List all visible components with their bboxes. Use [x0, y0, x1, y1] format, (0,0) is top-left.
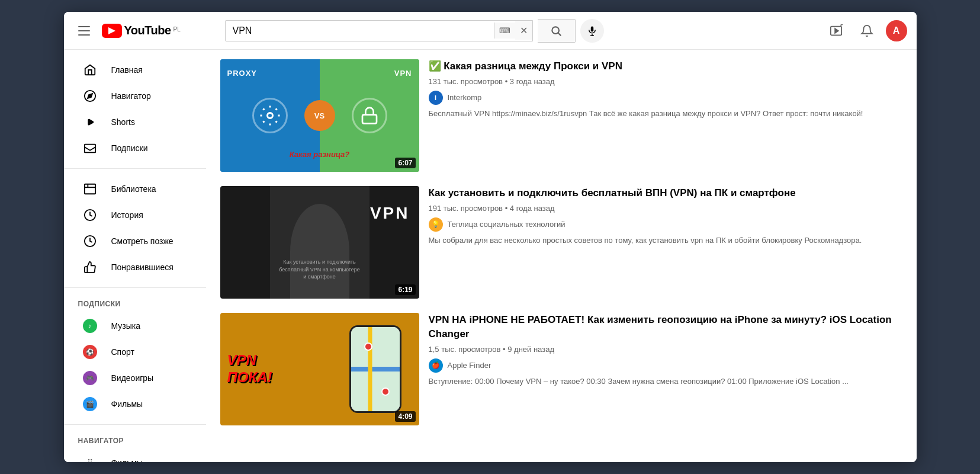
- svg-line-7: [840, 24, 843, 25]
- sidebar-item-subscriptions[interactable]: Подписки: [69, 135, 201, 161]
- logo-country: PL: [173, 26, 181, 33]
- sidebar-item-liked[interactable]: Понравившиеся: [69, 254, 201, 280]
- keyboard-button[interactable]: ⌨: [494, 23, 515, 39]
- video-title-2: Как установить и подключить бесплатный В…: [429, 186, 902, 200]
- sidebar-liked-label: Понравившиеся: [111, 262, 173, 272]
- svg-marker-6: [835, 28, 838, 33]
- channel-row-1: I Interkomp: [429, 91, 902, 105]
- channel-row-2: 💡 Теплица социальных технологий: [429, 217, 902, 232]
- video-time-1: 3 года назад: [510, 77, 555, 86]
- sidebar-movies-label: Фильмы: [111, 399, 143, 409]
- sidebar-item-movies[interactable]: 🎬 Фильмы: [69, 391, 201, 417]
- video-title-3: VPN НА iPHONE НЕ РАБОТАЕТ! Как изменить …: [429, 313, 902, 341]
- channel-avatar-1: I: [429, 91, 443, 105]
- sidebar-divider-2: [64, 287, 206, 288]
- video-item[interactable]: VPN Как установить и подключитьбесплатны…: [220, 186, 902, 299]
- sidebar-item-sport[interactable]: ⚽ Спорт: [69, 339, 201, 365]
- sidebar-sport-label: Спорт: [111, 347, 134, 357]
- subscriptions-icon: [83, 141, 97, 155]
- video-desc-2: Мы собрали для вас несколько простых сов…: [429, 235, 902, 246]
- sidebar-shorts-label: Shorts: [111, 117, 135, 127]
- video-info-3: VPN НА iPHONE НЕ РАБОТАЕТ! Как изменить …: [429, 313, 902, 425]
- search-button[interactable]: [538, 19, 576, 43]
- channel-name-1: Interkomp: [448, 93, 482, 102]
- main-layout: Главная Навигатор Shorts Подписки: [64, 50, 917, 462]
- bell-icon: [860, 24, 873, 37]
- video-item[interactable]: PROXY VPN VS Какая разница?: [220, 59, 902, 172]
- sidebar-item-history[interactable]: История: [69, 202, 201, 228]
- video-info-1: ✅ Какая разница между Прокси и VPN 131 т…: [429, 59, 902, 172]
- sidebar-nav-movies-label: Фильмы: [111, 458, 143, 462]
- header-right: A: [824, 19, 907, 43]
- clear-icon: ✕: [520, 25, 528, 36]
- svg-rect-2: [590, 26, 593, 31]
- svg-line-1: [558, 33, 561, 36]
- channel-name-3: Apple Finder: [448, 361, 491, 370]
- create-button[interactable]: [824, 19, 848, 43]
- sport-channel-avatar: ⚽: [83, 345, 97, 359]
- app-window: YouTube PL ⌨ ✕: [64, 12, 917, 462]
- sidebar-library-label: Библиотека: [111, 184, 156, 194]
- mic-button[interactable]: [580, 19, 604, 43]
- svg-marker-9: [88, 94, 92, 98]
- video-thumbnail-1: PROXY VPN VS Какая разница?: [220, 59, 419, 172]
- youtube-logo-icon: [102, 24, 122, 38]
- duration-badge-2: 6:19: [395, 284, 415, 295]
- video-item[interactable]: VPNПОКА! 4:09 VPN НА iPHONE: [220, 313, 902, 425]
- search-icon: [550, 25, 562, 37]
- sidebar-games-label: Видеоигры: [111, 373, 154, 383]
- video-title-1: ✅ Какая разница между Прокси и VPN: [429, 59, 902, 73]
- video-meta-3: 1,5 тыс. просмотров • 9 дней назад: [429, 345, 902, 354]
- content-area: PROXY VPN VS Какая разница?: [206, 50, 917, 462]
- video-info-2: Как установить и подключить бесплатный В…: [429, 186, 902, 299]
- mic-icon: [587, 25, 597, 36]
- video-views-3: 1,5 тыс. просмотров: [429, 345, 501, 354]
- sidebar-item-nav-movies[interactable]: ⠿ Фильмы: [69, 450, 201, 462]
- notifications-button[interactable]: [855, 19, 879, 43]
- liked-icon: [83, 260, 97, 274]
- nav-movies-icon: ⠿: [83, 456, 97, 462]
- video-thumbnail-3: VPNПОКА! 4:09: [220, 313, 419, 425]
- channel-name-2: Теплица социальных технологий: [448, 220, 565, 229]
- navigator-section-title: НАВИГАТОР: [64, 432, 206, 450]
- video-views-2: 191 тыс. просмотров: [429, 204, 503, 213]
- logo-link[interactable]: YouTube PL: [102, 24, 181, 38]
- search-input[interactable]: [226, 21, 494, 41]
- svg-point-16: [267, 113, 272, 118]
- sidebar-item-explore[interactable]: Навигатор: [69, 83, 201, 109]
- header: YouTube PL ⌨ ✕: [64, 12, 917, 50]
- svg-rect-11: [84, 184, 95, 194]
- video-views-1: 131 тыс. просмотров: [429, 77, 503, 86]
- video-time-2: 4 года назад: [510, 204, 555, 213]
- svg-line-20: [275, 121, 277, 123]
- channel-avatar-3: 🍎: [429, 358, 443, 373]
- sidebar-item-home[interactable]: Главная: [69, 57, 201, 83]
- watch-later-icon: [83, 234, 97, 248]
- search-area: ⌨ ✕: [225, 19, 604, 43]
- sidebar-item-shorts[interactable]: Shorts: [69, 109, 201, 135]
- keyboard-icon: ⌨: [499, 26, 510, 35]
- svg-line-19: [263, 108, 264, 110]
- shorts-icon: [83, 115, 97, 129]
- video-desc-3: Вступление: 00:00 Почему VPN – ну такое?…: [429, 376, 902, 387]
- svg-point-0: [552, 27, 559, 34]
- logo-text: YouTube: [124, 24, 171, 37]
- sidebar-item-library[interactable]: Библиотека: [69, 176, 201, 202]
- sidebar-item-games[interactable]: 🎮 Видеоигры: [69, 365, 201, 391]
- menu-button[interactable]: [73, 21, 95, 40]
- video-meta-2: 191 тыс. просмотров • 4 года назад: [429, 204, 902, 213]
- sidebar-item-music[interactable]: ♪ Музыка: [69, 313, 201, 339]
- subscriptions-section-title: ПОДПИСКИ: [64, 295, 206, 313]
- sidebar-divider-1: [64, 168, 206, 169]
- sidebar-history-label: История: [111, 210, 143, 220]
- user-avatar[interactable]: A: [886, 20, 907, 41]
- games-channel-avatar: 🎮: [83, 371, 97, 385]
- sidebar-item-watch-later[interactable]: Смотреть позже: [69, 228, 201, 254]
- search-clear-button[interactable]: ✕: [515, 21, 532, 40]
- sidebar-home-label: Главная: [111, 65, 143, 75]
- channel-row-3: 🍎 Apple Finder: [429, 358, 902, 373]
- search-bar: ⌨ ✕: [225, 20, 533, 41]
- library-icon: [83, 182, 97, 196]
- video-meta-1: 131 тыс. просмотров • 3 года назад: [429, 77, 902, 86]
- sidebar: Главная Навигатор Shorts Подписки: [64, 50, 206, 462]
